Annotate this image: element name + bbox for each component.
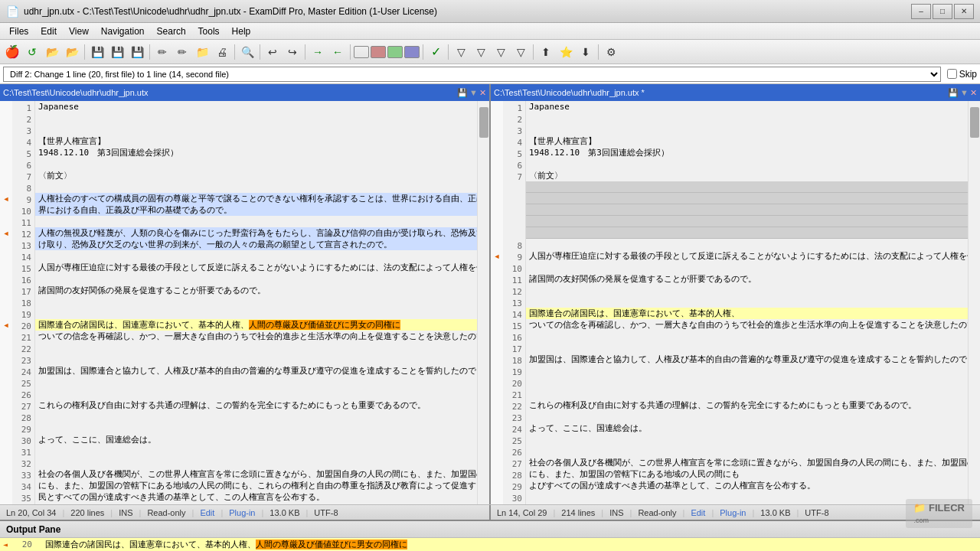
block-btn3[interactable] xyxy=(387,46,403,58)
undo-btn[interactable]: ↩ xyxy=(263,43,282,61)
find-btn[interactable]: 🔍 xyxy=(238,43,256,61)
marker-17 xyxy=(0,285,12,296)
left-linenum-21: 21 xyxy=(12,332,34,344)
left-code-content[interactable]: Japanese【世界人権宣言】1948.12.10 第3回国連総会採択）〈前文… xyxy=(35,101,477,504)
sep7: | xyxy=(305,508,308,517)
right-codeline-10 xyxy=(526,204,968,216)
left-diff-markers: ◄ ◄ ◄ xyxy=(0,101,12,504)
save-btn3[interactable]: 💾 xyxy=(128,43,146,61)
left-scrollbar[interactable] xyxy=(477,101,489,504)
edit-btn2[interactable]: ✏ xyxy=(173,43,191,61)
next-diff-btn[interactable]: → xyxy=(309,43,327,61)
menu-view[interactable]: View xyxy=(63,23,95,39)
open-right-btn[interactable]: 📂 xyxy=(63,43,81,61)
left-codeline-26 xyxy=(35,388,477,399)
right-save-icon[interactable]: 💾 xyxy=(948,88,959,98)
right-code-content[interactable]: Japanese【世界人権宣言】1948.12.10 第3回国連総会採択）〈前文… xyxy=(526,101,968,504)
right-codeline-1: Japanese xyxy=(526,101,968,112)
left-codeline-14 xyxy=(35,250,477,262)
menu-help[interactable]: Help xyxy=(226,23,257,39)
check-btn[interactable]: ✓ xyxy=(426,43,445,61)
left-codeline-4: 【世界人権宣言】 xyxy=(35,135,477,147)
minimize-button[interactable]: – xyxy=(911,4,931,19)
left-status-edit[interactable]: Edit xyxy=(200,508,214,517)
menu-edit[interactable]: Edit xyxy=(34,23,63,39)
left-codeline-3 xyxy=(35,124,477,135)
edit-btn1[interactable]: ✏ xyxy=(153,43,172,61)
right-status-plugin[interactable]: Plug-in xyxy=(720,508,746,517)
right-status-edit[interactable]: Edit xyxy=(691,508,705,517)
right-codeline-35 xyxy=(526,491,968,503)
right-status-ins: INS xyxy=(609,508,623,517)
right-linenum-16: 11 xyxy=(503,275,525,286)
left-dropdown-icon[interactable]: ▼ xyxy=(469,88,478,97)
right-linenum-33: 28 xyxy=(503,470,525,481)
marker-12: ◄ xyxy=(0,227,12,239)
menu-files[interactable]: Files xyxy=(3,23,34,39)
right-file-header: C:\Test\Test\Unicode\udhr\udhr_jpn.utx *… xyxy=(491,84,980,101)
right-codeline-12 xyxy=(526,227,968,239)
block-btn4[interactable] xyxy=(404,46,420,58)
left-codeline-15: 人国が専権圧迫症に対する最後の手段として反逆に訴えることがないようにするためには… xyxy=(35,262,477,273)
prev-diff-btn[interactable]: ← xyxy=(328,43,347,61)
block-btn2[interactable] xyxy=(371,46,386,58)
open-left-btn[interactable]: 📂 xyxy=(43,43,61,61)
save-btn1[interactable]: 💾 xyxy=(88,43,106,61)
left-codeline-11 xyxy=(35,216,477,227)
right-codeline-11 xyxy=(526,216,968,227)
sep4: | xyxy=(192,508,194,517)
left-linenum-13: 13 xyxy=(12,240,34,252)
up-btn[interactable]: ⬆ xyxy=(537,43,555,61)
menu-tools[interactable]: Tools xyxy=(192,23,226,39)
right-codeline-29: よって、ここに、国連総会は。 xyxy=(526,422,968,434)
left-codeline-22 xyxy=(35,342,477,354)
sep10 xyxy=(598,44,599,60)
left-linenum-25: 25 xyxy=(12,378,34,390)
left-codeline-28 xyxy=(35,411,477,422)
diff-dropdown[interactable]: Diff 2: Change 1 line (20, first file) t… xyxy=(3,67,941,82)
left-codeline-20: 国際連合の諸国民は、国連憲章において、基本的人権、人間の尊厳及び価値並びに男女の… xyxy=(35,319,477,331)
left-linenum-14: 14 xyxy=(12,252,34,263)
right-status-lines: 214 lines xyxy=(561,508,595,517)
redo-btn[interactable]: ↪ xyxy=(283,43,302,61)
left-save-icon[interactable]: 💾 xyxy=(457,88,468,98)
left-status-enc: UTF-8 xyxy=(314,508,338,517)
star-btn[interactable]: ⭐ xyxy=(557,43,575,61)
filter-btn1[interactable]: ▽ xyxy=(452,43,470,61)
block-btn1[interactable] xyxy=(354,46,369,58)
right-codeline-23: 加盟国は、国際連合と協力して、人権及び基本的自由の普遍的な尊重及び遵守の促進を達… xyxy=(526,354,968,365)
menu-navigation[interactable]: Navigation xyxy=(95,23,151,39)
right-scroll-thumb[interactable] xyxy=(970,107,979,138)
skip-checkbox[interactable] xyxy=(947,69,957,79)
right-codeline-6 xyxy=(526,158,968,170)
right-codeline-3 xyxy=(526,124,968,135)
left-close-icon[interactable]: ✕ xyxy=(479,88,486,98)
right-codeline-8 xyxy=(526,181,968,193)
left-codeline-13: け取り、恐怖及び欠乏のない世界の到来が、一般の人々の最高の願望として宣言されたの… xyxy=(35,239,477,250)
print-btn[interactable]: 🖨 xyxy=(213,43,231,61)
down-btn[interactable]: ⬇ xyxy=(577,43,595,61)
save-btn2[interactable]: 💾 xyxy=(108,43,126,61)
left-codeline-7: 〈前文〉 xyxy=(35,170,477,181)
close-button[interactable]: ✕ xyxy=(954,4,974,19)
filter-btn3[interactable]: ▽ xyxy=(492,43,510,61)
right-scrollbar[interactable] xyxy=(968,101,980,504)
filter-btn4[interactable]: ▽ xyxy=(511,43,530,61)
open-both-btn[interactable]: 📁 xyxy=(193,43,211,61)
right-close-icon[interactable]: ✕ xyxy=(970,88,977,98)
left-scroll-thumb[interactable] xyxy=(479,107,488,138)
right-dropdown-icon[interactable]: ▼ xyxy=(960,88,969,97)
left-status-plugin[interactable]: Plug-in xyxy=(229,508,255,517)
settings-btn[interactable]: ⚙ xyxy=(602,43,620,61)
right-linenum-22: 17 xyxy=(503,344,525,355)
right-codeline-2 xyxy=(526,112,968,124)
apple-btn[interactable]: 🍎 xyxy=(3,43,21,61)
right-codeline-21 xyxy=(526,331,968,342)
menu-search[interactable]: Search xyxy=(151,23,192,39)
left-codeline-25 xyxy=(35,377,477,388)
maximize-button[interactable]: □ xyxy=(933,4,952,19)
right-codeline-19: 国際連合の諸国民は、国連憲章において、基本的人権、 xyxy=(526,308,968,319)
left-linenum-7: 7 xyxy=(12,171,34,183)
refresh-btn[interactable]: ↺ xyxy=(23,43,41,61)
filter-btn2[interactable]: ▽ xyxy=(472,43,490,61)
